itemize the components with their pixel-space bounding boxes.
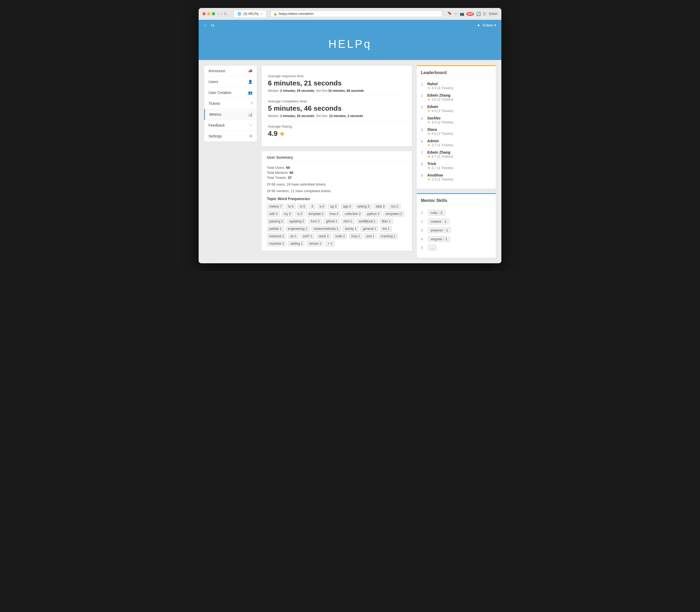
lb-star-icon: ★ [427,86,430,90]
sidebar-item-user-creation[interactable]: User Creation 👥 [204,87,257,98]
tag-item: passing 2 [267,219,285,224]
completion-time-value: 5 minutes, 46 seconds [268,104,406,112]
lb-rating: 4.0 [431,131,436,136]
tag-item: machine 1 [267,241,286,247]
topnav-right: ● Edwin ▾ [477,23,496,28]
browser-titlebar: ‹ › ↻ 🌐 (0) HELPq ✕ 🔒 helpq.meteor.com/a… [198,8,502,20]
browser-dots [202,12,215,15]
tag-item: stuck 1 [316,233,331,239]
share-icon[interactable]: ⇆ [211,23,214,28]
lb-tickets: (1 Tickets) [437,177,453,181]
tag-item: strictly 1 [342,226,359,232]
sidebar-label-user-creation: User Creation [208,91,231,95]
topnav-left: ⌂ ⇆ [204,23,214,28]
completion-median-label: Median: [268,114,280,118]
sidebar-item-tickets[interactable]: Tickets ? [204,98,257,109]
skill-rank: 3 [421,228,425,232]
sidebar-label-users: Users [208,80,218,84]
mentor-skills-card: Mentor Skills 1 ruby - 2 2 meteor - 1 3 … [416,193,496,258]
lb-info: Anubhav ★ 3.3 (1 Tickets) [427,173,453,181]
tag-item: up 3 [328,204,339,209]
lb-tickets: (1 Tickets) [437,154,453,158]
tag-item: adding 1 [288,241,305,247]
lb-stats: ★ 3.7 (1 Tickets) [427,166,453,170]
tag-item: app 3 [341,204,353,209]
total-users-value: 68 [286,166,290,170]
reload-button[interactable]: ↻ [224,11,227,16]
lb-info: Trish ★ 3.7 (1 Tickets) [427,162,453,170]
sidebar-label-settings: Settings [208,134,222,138]
browser-tab[interactable]: 🌐 (0) HELPq ✕ [234,11,266,17]
tag-item: is 2 [295,211,305,217]
lb-rating: 3.7 [431,166,436,170]
abp-icon[interactable]: ABP [466,12,474,16]
url-text: helpq.meteor.com/admin [279,12,314,16]
topnav-user-label[interactable]: Edwin ▾ [483,23,496,27]
skill-item: 5 ... [421,245,492,251]
skill-item: 3 polymer - 1 [421,227,492,233]
leaderboard-item: 8 Trish ★ 3.7 (1 Tickets) [421,162,492,170]
rating-value: 4.9 ★ [268,129,406,138]
skill-rank: 1 [421,211,425,215]
tag-item: meteormethods 1 [311,226,341,232]
lb-rating: 3.3 [431,177,436,181]
lb-star-icon: ★ [427,97,430,101]
tag-item: engineering 1 [286,226,310,232]
menu-icon[interactable]: ☰ [483,12,486,16]
lb-rating: 4.3 [431,86,436,90]
leaderboard-item: 2 Edwin Zhang ★ 4.0 (2 Tickets) [421,93,492,101]
url-bar[interactable]: 🔒 helpq.meteor.com/admin [271,11,442,17]
tab-close-button[interactable]: ✕ [261,13,263,15]
tag-item: updating 2 [287,219,306,224]
sidebar-item-feedback[interactable]: Feedback ☆ [204,120,257,131]
lb-rating: 3.7 [431,143,436,147]
lb-stats: ★ 4.3 (4 Tickets) [427,86,453,90]
total-tickets-value: 37 [288,176,291,180]
minimize-dot[interactable] [207,12,210,15]
lb-tickets: (2 Tickets) [437,97,453,101]
skills-list: 1 ruby - 2 2 meteor - 1 3 polymer - 1 4 … [421,210,492,251]
tag-item: how 2 [327,211,341,217]
back-button[interactable]: ‹ [218,11,219,16]
metrics-icon: 📊 [248,112,252,116]
browser-user-label: Edwin [489,12,498,16]
star-icon[interactable]: ☆ [454,12,457,16]
settings-icon: ⚙ [249,134,252,138]
user-creation-icon: 👥 [248,91,252,95]
home-icon[interactable]: ⌂ [204,23,207,28]
lb-rank: 3 [421,105,425,109]
browser-nav: ‹ › ↻ [218,11,227,16]
skill-item: 2 meteor - 1 [421,219,492,224]
lb-rank: 6 [421,139,425,143]
sidebar-item-settings[interactable]: Settings ⚙ [204,131,257,142]
leaderboard-title: Leaderboard [421,70,492,78]
sidebar-item-metrics[interactable]: Metrics 📊 [204,109,257,120]
lb-rank: 9 [421,173,425,178]
lb-star-icon: ★ [427,177,430,181]
sidebar-item-users[interactable]: Users 👤 [204,76,257,87]
tag-item: qs 1 [288,233,299,239]
tag-item: stream 1 [306,241,324,247]
lb-rating: 4.0 [431,120,436,124]
lb-info: Sashko ★ 4.0 (2 Tickets) [427,116,453,124]
lb-name: Rahul [427,82,453,86]
sidebar-item-announce[interactable]: Announce 📣 [204,66,257,76]
mentor-skills-title: Mentor Skills [421,198,492,206]
tag-item: template 2 [306,211,326,217]
forward-button[interactable]: › [221,11,222,16]
tab-title: (0) HELPq [244,12,258,16]
lb-rank: 4 [421,116,425,121]
tags-container: meteor 7to 6in 54a 4up 3app 3setting 3da… [267,204,407,247]
cast-icon[interactable]: 📺 [460,12,464,16]
lb-rank: 2 [421,94,425,98]
fullscreen-dot[interactable] [212,12,215,15]
leaderboard-item: 5 Slava ★ 4.0 (2 Tickets) [421,127,492,136]
refresh-icon[interactable]: 🔄 [476,12,481,16]
rating-star: ★ [279,130,285,137]
close-dot[interactable] [202,12,206,15]
help-icon[interactable]: ● [477,23,480,28]
lb-tickets: (1 Tickets) [437,166,453,170]
skill-tag: meteor - 1 [428,219,449,224]
lb-info: Edwin Zhang ★ 3.7 (1 Tickets) [427,150,453,158]
lb-rating: 3.7 [431,154,436,158]
